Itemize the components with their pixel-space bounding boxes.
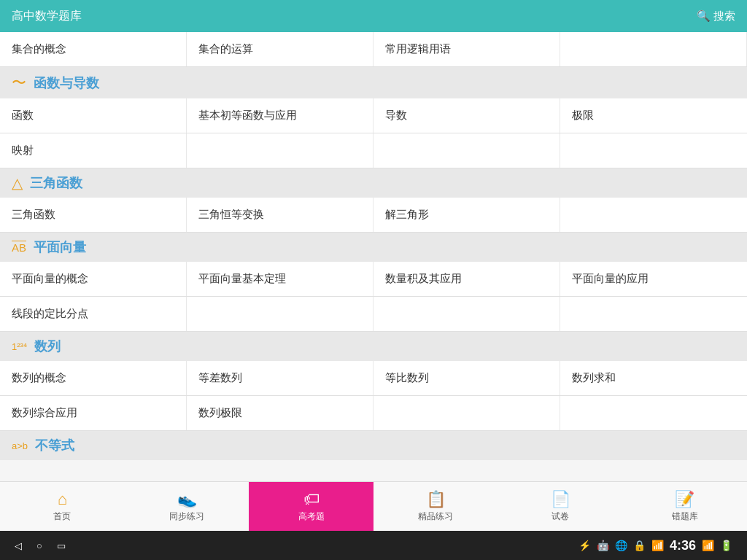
nav-paper[interactable]: 📄 试卷 [498,482,623,531]
content-area: 集合的概念 集合的运算 常用逻辑用语 〜 函数与导数 函数 基本初等函数与应用 … [0,32,747,481]
topic-数列极限[interactable]: 数列极限 [187,396,374,430]
topic-empty [187,297,374,331]
status-nav-buttons: ◁ ○ ▭ [15,540,66,551]
category-title: 数列 [34,338,61,355]
nav-wrong[interactable]: 📝 错题库 [622,482,747,531]
wave-icon: 〜 [12,73,26,93]
sim-icon: 📶 [651,540,664,551]
topic-三角函数[interactable]: 三角函数 [0,198,187,232]
nav-sync[interactable]: 👟 同步练习 [125,482,249,531]
status-indicators: ⚡ 🤖 🌐 🔒 📶 4:36 📶 🔋 [578,538,732,553]
nav-wrong-label: 错题库 [672,510,698,523]
nav-home[interactable]: ⌂ 首页 [0,482,125,531]
topic-函数[interactable]: 函数 [0,98,187,133]
sequences-row-1: 数列的概念 等差数列 等比数列 数列求和 [0,361,747,396]
functions-row-2: 映射 [0,133,747,168]
nav-premium-label: 精品练习 [418,510,453,523]
topic-导数[interactable]: 导数 [374,98,560,133]
app-header: 高中数学题库 🔍 搜索 [0,0,747,32]
topic-极限[interactable]: 极限 [560,98,747,133]
topic-平面向量的应用[interactable]: 平面向量的应用 [560,262,747,296]
nav-premium[interactable]: 📋 精品练习 [374,482,498,531]
topic-cell[interactable]: 集合的概念 [0,32,187,66]
nav-gaokao[interactable]: 🏷 高考题 [249,482,374,531]
functions-row-1: 函数 基本初等函数与应用 导数 极限 [0,98,747,133]
topic-解三角形[interactable]: 解三角形 [374,198,560,232]
topic-empty [560,133,747,168]
back-button[interactable]: ◁ [15,540,22,551]
premium-icon: 📋 [426,490,446,509]
vectors-row-1: 平面向量的概念 平面向量基本定理 数量积及其应用 平面向量的应用 [0,262,747,297]
vpn-icon: 🔒 [633,540,646,551]
category-trigonometry: △ 三角函数 [0,168,747,198]
category-title: 三角函数 [30,174,82,192]
status-time: 4:36 [670,538,696,553]
topic-三角恒等变换[interactable]: 三角恒等变换 [187,198,374,232]
topic-平面向量的概念[interactable]: 平面向量的概念 [0,262,187,296]
paper-icon: 📄 [551,490,570,509]
topic-empty [374,133,560,168]
topic-cell-empty [560,32,747,66]
category-title: 不等式 [35,437,74,454]
sequences-row-2: 数列综合应用 数列极限 [0,396,747,431]
topic-empty [374,297,560,331]
app-title: 高中数学题库 [12,9,82,24]
android-icon: 🤖 [597,540,609,551]
ineq-icon: a>b [12,440,28,451]
recent-button[interactable]: ▭ [57,540,66,551]
topic-数量积[interactable]: 数量积及其应用 [374,262,560,296]
home-button[interactable]: ○ [36,540,42,551]
topic-数列综合应用[interactable]: 数列综合应用 [0,396,187,430]
category-title: 平面向量 [34,238,86,256]
bottom-navigation: ⌂ 首页 👟 同步练习 🏷 高考题 📋 精品练习 📄 试卷 📝 错题库 [0,481,747,531]
network-icon: 🌐 [615,540,627,551]
topic-empty [187,133,374,168]
topic-cell[interactable]: 集合的运算 [187,32,374,66]
topic-cell[interactable]: 常用逻辑用语 [374,32,560,66]
topic-线段的定比分点[interactable]: 线段的定比分点 [0,297,187,331]
topic-映射[interactable]: 映射 [0,133,187,168]
topic-empty [560,198,747,232]
category-inequalities: a>b 不等式 [0,431,747,460]
topic-empty [560,297,747,331]
search-icon: 🔍 [697,9,711,23]
sequence-icon: 1²³⁴ [12,341,27,352]
category-sequences: 1²³⁴ 数列 [0,332,747,361]
set-theory-row: 集合的概念 集合的运算 常用逻辑用语 [0,32,747,67]
usb-icon: ⚡ [578,540,591,551]
sync-icon: 👟 [177,490,197,509]
category-functions: 〜 函数与导数 [0,67,747,98]
topic-基本初等函数[interactable]: 基本初等函数与应用 [187,98,374,133]
topic-数列求和[interactable]: 数列求和 [560,361,747,395]
vectors-row-2: 线段的定比分点 [0,297,747,332]
category-title: 函数与导数 [34,74,99,92]
wrong-icon: 📝 [675,490,694,509]
nav-paper-label: 试卷 [551,510,569,523]
ab-icon: AB [12,241,26,254]
nav-gaokao-label: 高考题 [298,510,325,523]
wifi-icon: 📶 [702,540,714,551]
home-icon: ⌂ [58,490,67,509]
topic-平面向量基本定理[interactable]: 平面向量基本定理 [187,262,374,296]
nav-sync-label: 同步练习 [169,510,204,523]
battery-icon: 🔋 [720,540,732,551]
triangle-icon: △ [12,174,23,192]
topic-empty [374,396,560,430]
topic-等比数列[interactable]: 等比数列 [374,361,560,395]
status-bar: ◁ ○ ▭ ⚡ 🤖 🌐 🔒 📶 4:36 📶 🔋 [0,531,747,560]
topic-等差数列[interactable]: 等差数列 [187,361,374,395]
search-label: 搜索 [713,9,735,23]
category-vectors: AB 平面向量 [0,233,747,262]
topic-empty [560,396,747,430]
nav-home-label: 首页 [53,510,71,523]
search-button[interactable]: 🔍 搜索 [697,9,735,23]
gaokao-icon: 🏷 [303,490,320,509]
trig-row-1: 三角函数 三角恒等变换 解三角形 [0,198,747,233]
topic-数列的概念[interactable]: 数列的概念 [0,361,187,395]
